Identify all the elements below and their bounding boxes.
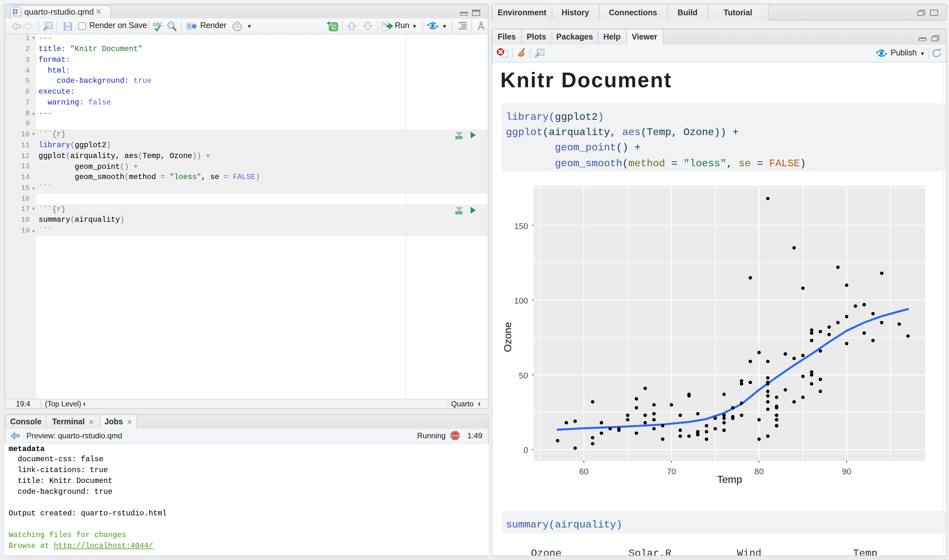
- svg-text:90: 90: [842, 467, 851, 476]
- svg-text:50: 50: [518, 371, 528, 380]
- svg-text:ABC: ABC: [152, 22, 163, 27]
- svg-text:Ozone: Ozone: [502, 322, 513, 352]
- svg-text:70: 70: [667, 467, 676, 476]
- svg-text:0: 0: [523, 445, 528, 455]
- svg-text:Temp: Temp: [717, 474, 742, 485]
- svg-text:C: C: [332, 23, 336, 31]
- svg-text:150: 150: [514, 222, 528, 231]
- svg-text:STOP: STOP: [451, 434, 459, 437]
- svg-text:80: 80: [754, 467, 764, 476]
- svg-text:100: 100: [514, 296, 528, 306]
- svg-text:60: 60: [579, 467, 588, 476]
